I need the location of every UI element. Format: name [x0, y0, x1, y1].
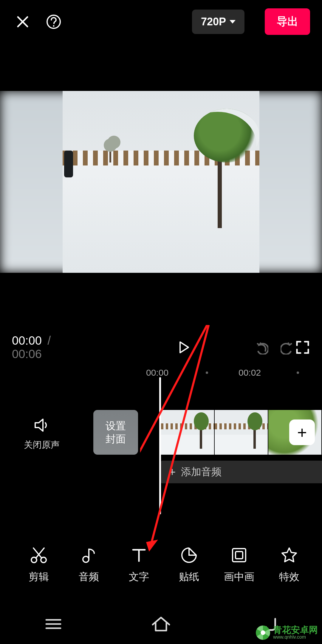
svg-point-7: [83, 556, 89, 562]
svg-rect-9: [236, 552, 243, 559]
resolution-label: 720P: [201, 16, 226, 28]
export-button[interactable]: 导出: [265, 8, 310, 35]
ruler-tick: 00:00: [146, 368, 168, 378]
chevron-down-icon: [230, 20, 236, 24]
svg-rect-8: [233, 549, 246, 562]
tool-label: 特效: [279, 570, 299, 584]
cover-label: 设置 封面: [106, 419, 126, 445]
ruler-tick: 00:02: [239, 368, 261, 378]
ruler-dot: [206, 371, 208, 374]
time-display: 00:00 / 00:06: [12, 334, 78, 361]
plus-icon: +: [169, 465, 176, 479]
star-icon: [281, 547, 298, 564]
tool-label: 剪辑: [29, 570, 49, 584]
redo-button[interactable]: [281, 339, 295, 356]
play-button[interactable]: [176, 339, 191, 356]
tool-label: 音频: [79, 570, 99, 584]
timeline[interactable]: 00:00 00:02 关闭原声 设置 封面 + + 添加音频: [0, 365, 322, 520]
watermark-logo-icon: [256, 626, 270, 640]
tool-label: 贴纸: [179, 570, 199, 584]
watermark-url: www.qnhlv.com: [273, 634, 318, 640]
tool-text[interactable]: 文字: [118, 546, 160, 584]
tool-audio[interactable]: 音频: [68, 546, 110, 584]
current-time: 00:00: [12, 334, 42, 347]
menu-icon: [45, 618, 62, 630]
fullscreen-icon: [296, 340, 309, 354]
bottom-toolbar: 剪辑 音频 文字 贴纸 画中画 特效: [0, 546, 322, 584]
clip-thumb[interactable]: [215, 410, 268, 455]
music-note-icon: [80, 547, 97, 564]
tool-sticker[interactable]: 贴纸: [168, 546, 210, 584]
add-audio-button[interactable]: + 添加音频: [161, 461, 322, 483]
play-icon: [177, 340, 191, 354]
undo-icon: [254, 340, 268, 354]
speaker-icon: [33, 417, 50, 434]
playback-controls: 00:00 / 00:06: [0, 335, 322, 359]
help-icon: [46, 14, 61, 30]
watermark-brand: 青花安卓网: [273, 625, 318, 635]
video-track: 关闭原声 设置 封面 +: [0, 410, 322, 458]
add-audio-label: 添加音频: [181, 465, 222, 479]
redo-icon: [281, 340, 295, 354]
clip-thumb[interactable]: [161, 410, 215, 455]
mute-original-button[interactable]: 关闭原声: [0, 417, 83, 451]
tool-edit[interactable]: 剪辑: [18, 546, 60, 584]
preview-frame: [63, 91, 259, 273]
mute-label: 关闭原声: [0, 439, 83, 451]
tool-effect[interactable]: 特效: [268, 546, 310, 584]
video-preview[interactable]: [0, 91, 322, 273]
close-button[interactable]: [14, 13, 31, 30]
time-ruler[interactable]: 00:00 00:02: [0, 365, 322, 380]
scissors-icon: [30, 546, 48, 564]
fullscreen-button[interactable]: [295, 339, 310, 356]
ruler-dot: [297, 371, 299, 374]
sticker-icon: [181, 547, 197, 564]
tool-pip[interactable]: 画中画: [218, 546, 260, 584]
undo-button[interactable]: [254, 339, 269, 356]
total-time: 00:06: [12, 347, 42, 360]
nav-recents-button[interactable]: [45, 618, 62, 631]
plus-icon: +: [297, 423, 307, 442]
tool-label: 文字: [129, 570, 149, 584]
set-cover-button[interactable]: 设置 封面: [93, 410, 138, 455]
tool-label: 画中画: [224, 570, 254, 584]
svg-point-1: [53, 25, 55, 27]
close-icon: [16, 15, 30, 29]
home-icon: [151, 616, 171, 632]
text-icon: [131, 547, 147, 563]
nav-home-button[interactable]: [151, 616, 171, 633]
pip-icon: [231, 547, 247, 564]
add-clip-button[interactable]: +: [289, 419, 315, 445]
watermark: 青花安卓网 www.qnhlv.com: [256, 626, 318, 640]
help-button[interactable]: [45, 13, 62, 30]
editor-top-bar: 720P 导出: [0, 0, 322, 43]
time-separator: /: [47, 334, 51, 347]
resolution-selector[interactable]: 720P: [192, 10, 244, 34]
